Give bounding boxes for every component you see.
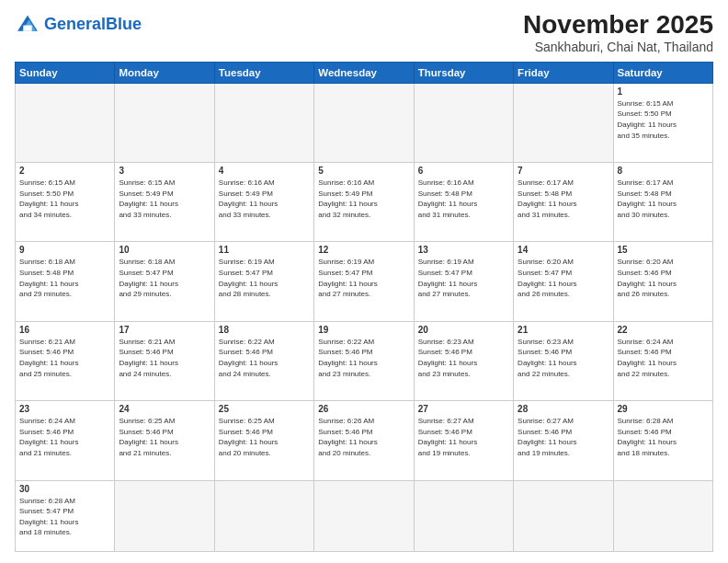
header: GeneralBlue November 2025 Sankhaburi, Ch… — [15, 11, 713, 54]
calendar-week-3: 9Sunrise: 6:18 AM Sunset: 5:48 PM Daylig… — [16, 242, 713, 321]
calendar-cell: 26Sunrise: 6:26 AM Sunset: 5:46 PM Dayli… — [314, 401, 414, 480]
calendar-cell: 10Sunrise: 6:18 AM Sunset: 5:47 PM Dayli… — [115, 242, 214, 321]
day-number: 27 — [418, 404, 509, 414]
day-info: Sunrise: 6:15 AM Sunset: 5:49 PM Dayligh… — [119, 178, 210, 220]
day-number: 10 — [119, 245, 210, 255]
day-number: 13 — [418, 245, 509, 255]
calendar-cell: 2Sunrise: 6:15 AM Sunset: 5:50 PM Daylig… — [16, 163, 115, 242]
day-info: Sunrise: 6:18 AM Sunset: 5:47 PM Dayligh… — [119, 257, 210, 299]
calendar-week-5: 23Sunrise: 6:24 AM Sunset: 5:46 PM Dayli… — [16, 401, 713, 480]
day-info: Sunrise: 6:21 AM Sunset: 5:46 PM Dayligh… — [119, 337, 210, 379]
day-number: 15 — [618, 245, 709, 255]
calendar-cell: 7Sunrise: 6:17 AM Sunset: 5:48 PM Daylig… — [514, 163, 613, 242]
day-number: 12 — [318, 245, 409, 255]
calendar-cell: 8Sunrise: 6:17 AM Sunset: 5:48 PM Daylig… — [613, 163, 712, 242]
day-info: Sunrise: 6:16 AM Sunset: 5:49 PM Dayligh… — [219, 178, 310, 220]
month-title: November 2025 — [523, 11, 713, 40]
day-info: Sunrise: 6:19 AM Sunset: 5:47 PM Dayligh… — [219, 257, 310, 299]
day-info: Sunrise: 6:19 AM Sunset: 5:47 PM Dayligh… — [318, 257, 409, 299]
calendar-cell: 24Sunrise: 6:25 AM Sunset: 5:46 PM Dayli… — [115, 401, 214, 480]
day-info: Sunrise: 6:16 AM Sunset: 5:48 PM Dayligh… — [418, 178, 509, 220]
calendar-cell — [214, 83, 313, 162]
calendar-cell — [214, 480, 313, 551]
calendar-cell: 17Sunrise: 6:21 AM Sunset: 5:46 PM Dayli… — [115, 321, 214, 400]
calendar-cell — [314, 83, 414, 162]
day-info: Sunrise: 6:19 AM Sunset: 5:47 PM Dayligh… — [418, 257, 509, 299]
calendar-cell: 20Sunrise: 6:23 AM Sunset: 5:46 PM Dayli… — [414, 321, 513, 400]
day-info: Sunrise: 6:22 AM Sunset: 5:46 PM Dayligh… — [219, 337, 310, 379]
day-info: Sunrise: 6:23 AM Sunset: 5:46 PM Dayligh… — [418, 337, 509, 379]
calendar-cell: 15Sunrise: 6:20 AM Sunset: 5:46 PM Dayli… — [613, 242, 712, 321]
day-info: Sunrise: 6:25 AM Sunset: 5:46 PM Dayligh… — [119, 416, 210, 458]
logo-blue: Blue — [106, 15, 142, 33]
calendar-cell: 18Sunrise: 6:22 AM Sunset: 5:46 PM Dayli… — [214, 321, 313, 400]
day-info: Sunrise: 6:28 AM Sunset: 5:47 PM Dayligh… — [19, 496, 110, 538]
calendar-table: SundayMondayTuesdayWednesdayThursdayFrid… — [15, 62, 713, 552]
calendar-cell: 22Sunrise: 6:24 AM Sunset: 5:46 PM Dayli… — [613, 321, 712, 400]
calendar-cell: 27Sunrise: 6:27 AM Sunset: 5:46 PM Dayli… — [414, 401, 513, 480]
day-info: Sunrise: 6:15 AM Sunset: 5:50 PM Dayligh… — [19, 178, 110, 220]
calendar-cell — [314, 480, 414, 551]
calendar-cell: 19Sunrise: 6:22 AM Sunset: 5:46 PM Dayli… — [314, 321, 414, 400]
calendar-cell: 4Sunrise: 6:16 AM Sunset: 5:49 PM Daylig… — [214, 163, 313, 242]
day-info: Sunrise: 6:22 AM Sunset: 5:46 PM Dayligh… — [318, 337, 409, 379]
calendar-cell: 3Sunrise: 6:15 AM Sunset: 5:49 PM Daylig… — [115, 163, 214, 242]
calendar-cell — [414, 83, 513, 162]
calendar-cell: 30Sunrise: 6:28 AM Sunset: 5:47 PM Dayli… — [16, 480, 115, 551]
day-number: 22 — [618, 325, 709, 335]
calendar-cell — [115, 83, 214, 162]
calendar-header-thursday: Thursday — [414, 62, 513, 83]
day-info: Sunrise: 6:17 AM Sunset: 5:48 PM Dayligh… — [518, 178, 609, 220]
day-number: 29 — [618, 404, 709, 414]
day-number: 2 — [19, 166, 110, 176]
day-info: Sunrise: 6:24 AM Sunset: 5:46 PM Dayligh… — [618, 337, 709, 379]
svg-rect-3 — [23, 26, 31, 31]
calendar-header-sunday: Sunday — [16, 62, 115, 83]
calendar-header-tuesday: Tuesday — [214, 62, 313, 83]
calendar-cell — [414, 480, 513, 551]
page: GeneralBlue November 2025 Sankhaburi, Ch… — [0, 0, 728, 563]
calendar-cell: 5Sunrise: 6:16 AM Sunset: 5:49 PM Daylig… — [314, 163, 414, 242]
day-number: 6 — [418, 166, 509, 176]
day-number: 14 — [518, 245, 609, 255]
calendar-cell: 16Sunrise: 6:21 AM Sunset: 5:46 PM Dayli… — [16, 321, 115, 400]
logo-general: General — [44, 15, 106, 33]
day-info: Sunrise: 6:27 AM Sunset: 5:46 PM Dayligh… — [518, 416, 609, 458]
day-info: Sunrise: 6:15 AM Sunset: 5:50 PM Dayligh… — [618, 98, 709, 141]
calendar-cell — [514, 83, 613, 162]
day-number: 3 — [119, 166, 210, 176]
day-info: Sunrise: 6:21 AM Sunset: 5:46 PM Dayligh… — [19, 337, 110, 379]
calendar-cell: 9Sunrise: 6:18 AM Sunset: 5:48 PM Daylig… — [16, 242, 115, 321]
calendar-week-6: 30Sunrise: 6:28 AM Sunset: 5:47 PM Dayli… — [16, 480, 713, 551]
day-number: 28 — [518, 404, 609, 414]
day-number: 16 — [19, 325, 110, 335]
day-number: 21 — [518, 325, 609, 335]
day-number: 9 — [19, 245, 110, 255]
location: Sankhaburi, Chai Nat, Thailand — [523, 40, 713, 54]
day-number: 23 — [19, 404, 110, 414]
day-number: 17 — [119, 325, 210, 335]
day-number: 26 — [318, 404, 409, 414]
calendar-header-monday: Monday — [115, 62, 214, 83]
day-number: 25 — [219, 404, 310, 414]
calendar-cell: 28Sunrise: 6:27 AM Sunset: 5:46 PM Dayli… — [514, 401, 613, 480]
day-info: Sunrise: 6:26 AM Sunset: 5:46 PM Dayligh… — [318, 416, 409, 458]
calendar-cell: 14Sunrise: 6:20 AM Sunset: 5:47 PM Dayli… — [514, 242, 613, 321]
day-number: 24 — [119, 404, 210, 414]
calendar-header-row: SundayMondayTuesdayWednesdayThursdayFrid… — [16, 62, 713, 83]
day-number: 30 — [19, 484, 110, 494]
day-info: Sunrise: 6:17 AM Sunset: 5:48 PM Dayligh… — [618, 178, 709, 220]
day-number: 1 — [618, 86, 709, 97]
title-block: November 2025 Sankhaburi, Chai Nat, Thai… — [523, 11, 713, 54]
calendar-cell: 1Sunrise: 6:15 AM Sunset: 5:50 PM Daylig… — [613, 83, 712, 162]
day-info: Sunrise: 6:18 AM Sunset: 5:48 PM Dayligh… — [19, 257, 110, 299]
day-number: 7 — [518, 166, 609, 176]
day-info: Sunrise: 6:20 AM Sunset: 5:47 PM Dayligh… — [518, 257, 609, 299]
calendar-cell: 21Sunrise: 6:23 AM Sunset: 5:46 PM Dayli… — [514, 321, 613, 400]
calendar-week-2: 2Sunrise: 6:15 AM Sunset: 5:50 PM Daylig… — [16, 163, 713, 242]
day-info: Sunrise: 6:23 AM Sunset: 5:46 PM Dayligh… — [518, 337, 609, 379]
calendar-header-friday: Friday — [514, 62, 613, 83]
calendar-cell: 13Sunrise: 6:19 AM Sunset: 5:47 PM Dayli… — [414, 242, 513, 321]
day-number: 11 — [219, 245, 310, 255]
day-number: 20 — [418, 325, 509, 335]
